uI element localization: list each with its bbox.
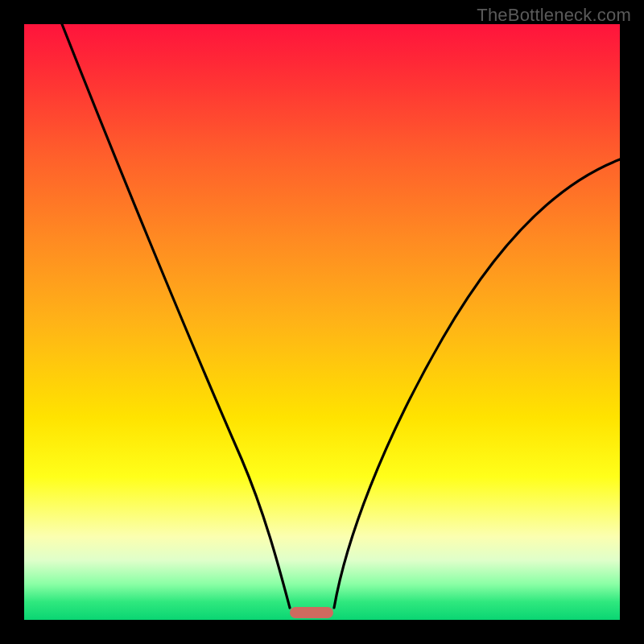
right-curve xyxy=(334,159,620,608)
watermark-text: TheBottleneck.com xyxy=(477,5,631,26)
min-marker xyxy=(290,607,333,618)
left-curve xyxy=(62,24,290,608)
chart-frame: TheBottleneck.com xyxy=(0,0,644,644)
curves-svg xyxy=(24,24,620,620)
plot-area xyxy=(24,24,620,620)
